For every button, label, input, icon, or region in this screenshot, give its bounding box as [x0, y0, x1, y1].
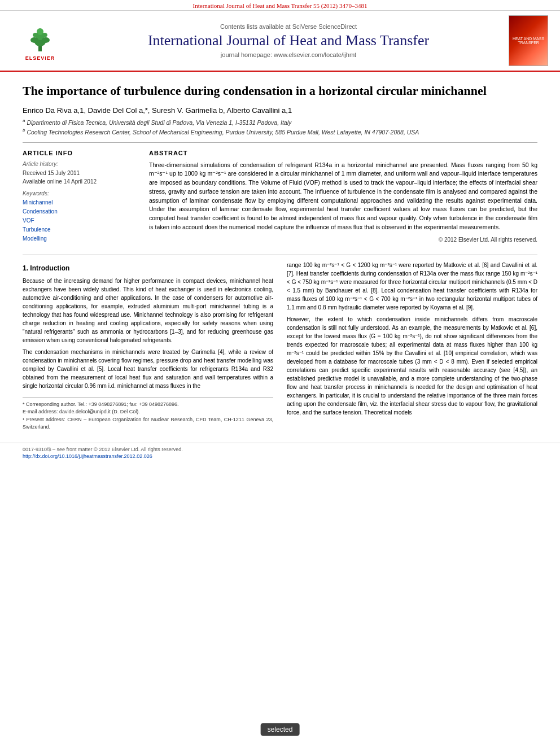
history-label: Article history:: [23, 161, 135, 167]
affil-sup-b: b: [23, 128, 25, 133]
doi-link[interactable]: http://dx.doi.org/10.1016/j.ijheatmasstr…: [23, 453, 537, 459]
article-info-panel: ARTICLE INFO Article history: Received 1…: [23, 150, 135, 243]
elsevier-tree-icon: [23, 20, 57, 54]
keyword-modelling: Modelling: [23, 234, 135, 243]
article-title: The importance of turbulence during cond…: [23, 83, 537, 99]
svg-point-5: [42, 37, 50, 43]
affiliation-a: a Dipartimento di Fisica Tecnica, Univer…: [23, 118, 537, 126]
available-text: Available online 14 April 2012: [23, 177, 135, 186]
affil-sup-a: a: [23, 118, 25, 123]
main-body: 1. Introduction Because of the increasin…: [0, 255, 560, 443]
article-header-section: The importance of turbulence during cond…: [0, 72, 560, 255]
journal-header-center: Contents lists available at SciVerse Sci…: [71, 23, 506, 58]
keyword-condensation: Condensation: [23, 207, 135, 216]
footnote-star: * Corresponding author. Tel.: +39 049827…: [23, 401, 273, 409]
body-col-left: 1. Introduction Because of the increasin…: [23, 261, 273, 431]
received-date: Received 15 July 2011 Available online 1…: [23, 169, 135, 186]
journal-cover-area: HEAT AND MASS TRANSFER: [506, 15, 551, 66]
article-info-heading: ARTICLE INFO: [23, 150, 135, 156]
issn-text: 0017-9310/$ – see front matter © 2012 El…: [23, 447, 537, 452]
elsevier-logo: ELSEVIER: [9, 20, 71, 61]
sciverse-text: Contents lists available at SciVerse Sci…: [220, 23, 357, 30]
abstract-heading: ABSTRACT: [149, 150, 537, 156]
svg-point-7: [42, 33, 47, 37]
intro-para-3: range 100 kg m⁻²s⁻¹ < G < 1200 kg m⁻²s⁻¹…: [287, 261, 537, 312]
footnote-1: ¹ Present address: CERN – European Organ…: [23, 416, 273, 431]
svg-point-6: [33, 33, 38, 37]
abstract-text: Three-dimensional simulations of condens…: [149, 161, 537, 232]
homepage-text: journal homepage: www.elsevier.com/locat…: [221, 51, 356, 58]
journal-header: ELSEVIER Contents lists available at Sci…: [0, 11, 560, 72]
elsevier-label: ELSEVIER: [25, 55, 55, 61]
intro-para-1: Because of the increasing demand for hig…: [23, 277, 273, 344]
svg-point-4: [30, 37, 38, 43]
journal-title: International Journal of Heat and Mass T…: [71, 32, 506, 49]
article-info-abstract: ARTICLE INFO Article history: Received 1…: [23, 150, 537, 243]
journal-homepage: journal homepage: www.elsevier.com/locat…: [71, 51, 506, 58]
authors-line: Enrico Da Riva a,1, Davide Del Col a,*, …: [23, 106, 537, 115]
body-columns: 1. Introduction Because of the increasin…: [23, 261, 537, 431]
journal-citation: International Journal of Heat and Mass T…: [0, 0, 560, 11]
keyword-turbulence: Turbulence: [23, 225, 135, 234]
citation-text: International Journal of Heat and Mass T…: [193, 2, 368, 9]
sciverse-line: Contents lists available at SciVerse Sci…: [71, 23, 506, 30]
affiliation-b: b Cooling Technologies Research Center, …: [23, 128, 537, 136]
cover-text: HEAT AND MASS TRANSFER: [511, 37, 545, 45]
body-col-right: range 100 kg m⁻²s⁻¹ < G < 1200 kg m⁻²s⁻¹…: [287, 261, 537, 431]
section-1-heading: 1. Introduction: [23, 263, 273, 273]
divider-1: [23, 142, 537, 143]
journal-cover-image: HEAT AND MASS TRANSFER: [509, 15, 548, 66]
received-text: Received 15 July 2011: [23, 169, 135, 177]
page-footer: 0017-9310/$ – see front matter © 2012 El…: [0, 443, 560, 462]
affil-b-text: Cooling Technologies Research Center, Sc…: [27, 129, 419, 136]
keywords-section: Keywords: Minichannel Condensation VOF T…: [23, 190, 135, 243]
keywords-label: Keywords:: [23, 190, 135, 196]
abstract-panel: ABSTRACT Three-dimensional simulations o…: [149, 150, 537, 243]
keyword-vof: VOF: [23, 216, 135, 225]
intro-para-2: The condensation mechanisms in minichann…: [23, 348, 273, 390]
affil-a-text: Dipartimento di Fisica Tecnica, Universi…: [27, 119, 291, 125]
elsevier-logo-area: ELSEVIER: [9, 20, 71, 61]
footnote-email: E-mail address: davide.delcol@unipd.it (…: [23, 408, 273, 416]
page: International Journal of Heat and Mass T…: [0, 0, 560, 747]
keyword-minichannel: Minichannel: [23, 198, 135, 207]
footnotes: * Corresponding author. Tel.: +39 049827…: [23, 397, 273, 431]
copyright-line: © 2012 Elsevier Ltd. All rights reserved…: [149, 237, 537, 243]
svg-rect-0: [38, 46, 42, 51]
intro-para-4: However, the extent to which condensatio…: [287, 315, 537, 417]
